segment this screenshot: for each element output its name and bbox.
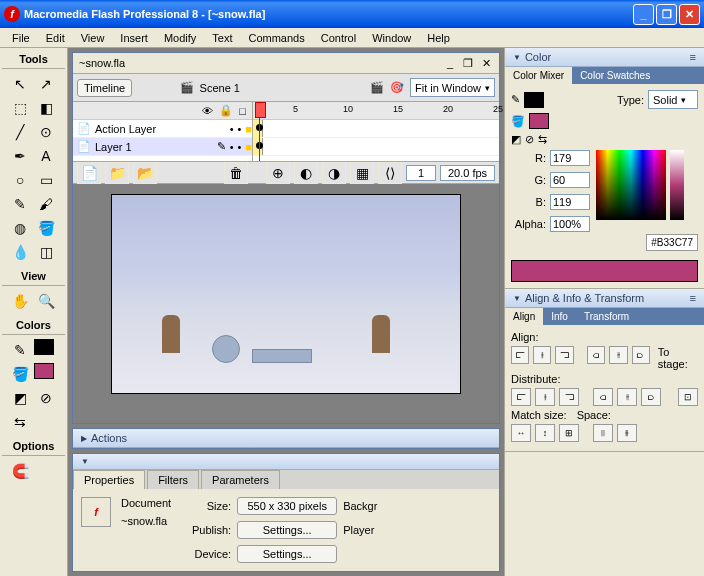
hand-tool[interactable]: ✋ [8,290,32,312]
match-width-button[interactable]: ↔ [511,424,531,442]
frame-track[interactable] [253,120,499,138]
edit-scene-icon[interactable]: 🎬 [370,81,384,94]
panel-options-icon[interactable]: ≡ [690,51,696,63]
distribute-button[interactable]: ⫲ [535,388,555,406]
actions-title[interactable]: ▶Actions [73,429,499,448]
timeline-button[interactable]: Timeline [77,79,132,97]
tab-color-swatches[interactable]: Color Swatches [572,67,658,84]
distribute-button[interactable]: ⫐ [641,388,661,406]
properties-title[interactable]: ▼ [73,454,499,470]
fill-picker-icon[interactable]: 🪣 [511,115,525,128]
b-input[interactable] [550,194,590,210]
stroke-color-tool[interactable]: ✎ [8,339,32,361]
space-v-button[interactable]: ⫵ [617,424,637,442]
new-guide-button[interactable]: 📁 [105,162,129,184]
playhead[interactable] [259,102,260,161]
size-button[interactable]: 550 x 330 pixels [237,497,337,515]
align-right-button[interactable]: ⫎ [555,346,573,364]
to-stage-button[interactable]: ⊡ [678,388,698,406]
align-panel-title[interactable]: ▼Align & Info & Transform≡ [505,289,704,308]
hex-value[interactable]: #B33C77 [646,234,698,251]
align-top-button[interactable]: ⫏ [587,346,605,364]
layer-row[interactable]: 📄 Action Layer ••■ [73,120,252,138]
match-height-button[interactable]: ↕ [535,424,555,442]
distribute-button[interactable]: ⫍ [511,388,531,406]
panel-options-icon[interactable]: ≡ [690,292,696,304]
document-tab[interactable]: ~snow.fla [79,57,125,69]
edit-symbols-icon[interactable]: 🎯 [390,81,404,94]
zoom-tool[interactable]: 🔍 [34,290,58,312]
align-vcenter-button[interactable]: ⫳ [609,346,627,364]
menu-file[interactable]: File [4,30,38,46]
menu-text[interactable]: Text [204,30,240,46]
rectangle-tool[interactable]: ▭ [34,169,58,191]
align-bottom-button[interactable]: ⫐ [632,346,650,364]
type-select[interactable]: Solid [648,90,698,109]
bw-icon[interactable]: ◩ [511,133,521,146]
match-both-button[interactable]: ⊞ [559,424,579,442]
lock-icon[interactable]: 🔒 [219,104,233,117]
r-input[interactable] [550,150,590,166]
stroke-swatch[interactable] [34,339,54,355]
selection-tool[interactable]: ↖ [8,73,32,95]
new-layer-button[interactable]: 📄 [77,162,101,184]
tab-filters[interactable]: Filters [147,470,199,489]
zoom-select[interactable]: Fit in Window [410,78,495,97]
lasso-tool[interactable]: ⊙ [34,121,58,143]
hue-slider[interactable] [670,150,684,220]
gradient-tool[interactable]: ◧ [34,97,58,119]
distribute-button[interactable]: ⫏ [593,388,613,406]
delete-layer-button[interactable]: 🗑 [224,162,248,184]
pencil-tool[interactable]: ✎ [8,193,32,215]
eyedropper-tool[interactable]: 💧 [8,241,32,263]
align-left-button[interactable]: ⫍ [511,346,529,364]
menu-help[interactable]: Help [419,30,458,46]
onion-skin-button[interactable]: ◐ [294,162,318,184]
swap-colors-tool[interactable]: ⇆ [8,411,32,433]
device-button[interactable]: Settings... [237,545,337,563]
stroke-picker-icon[interactable]: ✎ [511,93,520,106]
tab-color-mixer[interactable]: Color Mixer [505,67,572,84]
menu-view[interactable]: View [73,30,113,46]
ink-bottle-tool[interactable]: ◍ [8,217,32,239]
scene-name[interactable]: Scene 1 [200,82,240,94]
new-folder-button[interactable]: 📂 [133,162,157,184]
no-color-icon[interactable]: ⊘ [525,133,534,146]
stage-canvas[interactable] [111,194,461,394]
frame-track[interactable] [253,138,499,156]
menu-window[interactable]: Window [364,30,419,46]
distribute-button[interactable]: ⫳ [617,388,637,406]
menu-control[interactable]: Control [313,30,364,46]
bw-tool[interactable]: ◩ [8,387,32,409]
eraser-tool[interactable]: ◫ [34,241,58,263]
menu-insert[interactable]: Insert [112,30,156,46]
brush-tool[interactable]: 🖌 [34,193,58,215]
snap-tool[interactable]: 🧲 [8,460,32,482]
fill-color-tool[interactable]: 🪣 [8,363,32,385]
doc-close-icon[interactable]: ✕ [479,56,493,70]
stage-area[interactable] [73,184,499,423]
publish-button[interactable]: Settings... [237,521,337,539]
menu-edit[interactable]: Edit [38,30,73,46]
color-picker[interactable] [596,150,666,220]
tab-properties[interactable]: Properties [73,470,145,489]
color-panel-title[interactable]: ▼Color≡ [505,48,704,67]
space-h-button[interactable]: ⫴ [593,424,613,442]
tab-transform[interactable]: Transform [576,308,637,325]
layer-row[interactable]: 📄 Layer 1 ✎••■ [73,138,252,156]
menu-commands[interactable]: Commands [240,30,312,46]
maximize-button[interactable]: ❐ [656,4,677,25]
menu-modify[interactable]: Modify [156,30,204,46]
paint-bucket-tool[interactable]: 🪣 [34,217,58,239]
center-frame-button[interactable]: ⊕ [266,162,290,184]
text-tool[interactable]: A [34,145,58,167]
oval-tool[interactable]: ○ [8,169,32,191]
doc-restore-icon[interactable]: ❐ [461,56,475,70]
no-color-tool[interactable]: ⊘ [34,387,58,409]
fill-color-swatch[interactable] [529,113,549,129]
tab-info[interactable]: Info [543,308,576,325]
minimize-button[interactable]: _ [633,4,654,25]
eye-icon[interactable]: 👁 [202,105,213,117]
edit-multiple-button[interactable]: ▦ [350,162,374,184]
outline-icon[interactable]: □ [239,105,246,117]
